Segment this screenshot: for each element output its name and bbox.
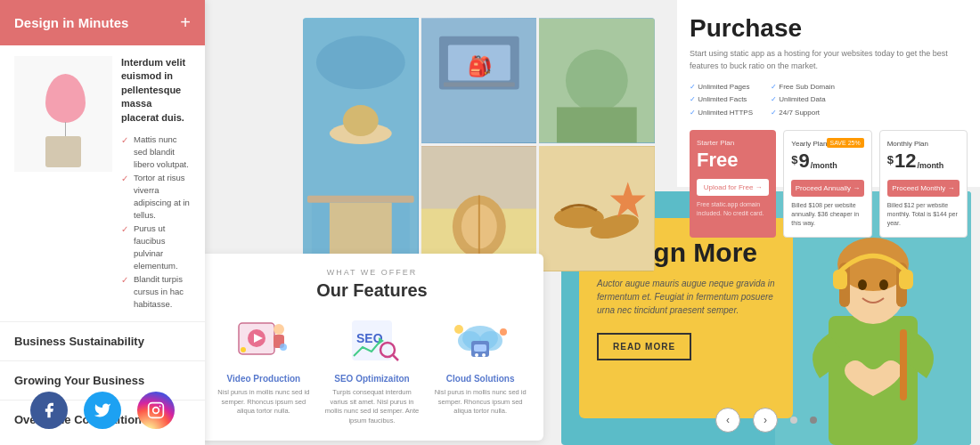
purchase-title: Purchase <box>690 14 968 43</box>
feature-seo: SEO SEO Optimizaiton Turpis consequat in… <box>323 313 421 425</box>
svg-rect-57 <box>833 270 847 289</box>
monthly-price-value: 12 <box>894 150 916 173</box>
purchase-feature-col-2: Free Sub Domain Unlimited Data 24/7 Supp… <box>771 81 835 119</box>
svg-point-1 <box>153 408 159 414</box>
pricing-cards: Starter Plan Free Upload for Free → Free… <box>690 130 968 237</box>
chair-decoration <box>45 136 81 167</box>
checklist-item: Tortor at risus viverra adipiscing at in… <box>121 172 191 222</box>
photo-cell-4 <box>421 146 537 271</box>
accordion-main-text: Interdum velit euismod in pellentesque m… <box>121 56 191 125</box>
checklist-item: Blandit turpis cursus in hac habitasse. <box>121 273 191 312</box>
svg-rect-9 <box>343 105 379 136</box>
feature-unlimited-facts: Unlimited Facts <box>690 93 753 106</box>
svg-rect-43 <box>474 344 486 352</box>
starter-note: Free static.app domain included. No cred… <box>697 200 769 218</box>
starter-price: Free <box>697 149 769 172</box>
feature-video-desc: Nisl purus in mollis nunc sed id semper.… <box>215 388 313 417</box>
left-panel: Design in Minutes + Interdum velit euism… <box>0 0 205 445</box>
photo-cell-1 <box>303 18 419 271</box>
yearly-label: Yearly Plan <box>791 140 863 148</box>
features-grid: Video Production Nisl purus in mollis nu… <box>215 313 529 425</box>
svg-point-46 <box>454 325 463 334</box>
twitter-icon[interactable] <box>84 392 121 429</box>
social-icons <box>0 392 205 429</box>
monthly-plan-card: Monthly Plan $ 12 /month Proceed Monthly… <box>879 130 968 237</box>
cloud-icon-area <box>449 313 511 367</box>
svg-rect-12 <box>448 45 510 81</box>
feature-unlimited-data: Unlimited Data <box>771 93 835 106</box>
checklist-item: Purus ut faucibus pulvinar elementum. <box>121 222 191 273</box>
feature-free-subdomain: Free Sub Domain <box>771 81 835 93</box>
accordion-image <box>14 56 112 172</box>
svg-rect-16 <box>557 107 637 142</box>
monthly-cta-button[interactable]: Proceed Monthly → <box>887 180 960 197</box>
svg-point-56 <box>879 279 888 290</box>
purchase-features: Unlimited Pages Unlimited Facts Unlimite… <box>690 81 968 119</box>
feature-video-title: Video Production <box>215 374 313 384</box>
feature-seo-desc: Turpis consequat interdum varius sit ame… <box>323 388 421 425</box>
carousel-next-button[interactable]: › <box>753 408 778 433</box>
features-subheading: WHAT WE OFFER <box>215 268 529 277</box>
svg-point-32 <box>280 344 287 351</box>
feature-cloud: Cloud Solutions Nisl purus in mollis nun… <box>431 313 529 425</box>
monthly-price-per: /month <box>917 161 943 170</box>
yearly-price-value: 9 <box>799 150 810 173</box>
features-heading: Our Features <box>215 280 529 301</box>
svg-point-55 <box>858 279 867 290</box>
yearly-price: $ 9 /month <box>791 150 863 173</box>
yearly-note: Billed $108 per website annually. $36 ch… <box>791 201 863 227</box>
purchase-subtitle: Start using static app as a hosting for … <box>690 48 968 72</box>
starter-label: Starter Plan <box>697 139 769 147</box>
yearly-cta-button[interactable]: Proceed Annually → <box>791 180 863 197</box>
accordion-plus-icon: + <box>180 12 191 33</box>
monthly-price: $ 12 /month <box>887 150 960 173</box>
purchase-panel: Purchase Start using static app as a hos… <box>677 0 980 187</box>
feature-cloud-desc: Nisl purus in mollis nunc sed id semper.… <box>431 388 529 417</box>
carousel-dot-1[interactable] <box>790 417 797 424</box>
accordion-text-block: Interdum velit euismod in pellentesque m… <box>121 56 191 311</box>
yearly-price-per: /month <box>811 161 837 170</box>
accordion-body: Interdum velit euismod in pellentesque m… <box>0 45 205 321</box>
svg-line-37 <box>393 355 398 360</box>
svg-point-47 <box>500 328 507 336</box>
feature-video: Video Production Nisl purus in mollis nu… <box>215 313 313 425</box>
monthly-note: Billed $12 per website monthly. Total is… <box>887 201 960 227</box>
carousel-controls: ‹ › <box>715 408 817 433</box>
svg-point-4 <box>316 36 405 89</box>
features-card: WHAT WE OFFER Our Features <box>200 254 543 441</box>
feature-unlimited-pages: Unlimited Pages <box>690 81 753 93</box>
svg-rect-58 <box>899 270 913 289</box>
svg-point-44 <box>475 353 478 357</box>
svg-point-15 <box>566 50 628 112</box>
svg-rect-6 <box>307 196 414 203</box>
carousel-prev-button[interactable]: ‹ <box>715 408 740 433</box>
svg-rect-0 <box>149 403 164 418</box>
carousel-dot-2[interactable] <box>810 417 817 424</box>
video-icon-area <box>233 313 295 367</box>
starter-cta-button[interactable]: Upload for Free → <box>697 179 769 196</box>
yearly-plan-card: SAVE 25% Yearly Plan $ 9 /month Proceed … <box>783 130 871 237</box>
read-more-button[interactable]: READ MORE <box>597 333 691 360</box>
instagram-icon[interactable] <box>137 392 175 429</box>
checklist: Mattis nunc sed blandit libero volutpat.… <box>121 134 191 312</box>
photo-cell-2 <box>421 18 537 143</box>
purchase-feature-col-1: Unlimited Pages Unlimited Facts Unlimite… <box>690 81 753 119</box>
svg-rect-22 <box>539 147 655 271</box>
accordion-header[interactable]: Design in Minutes + <box>0 0 205 45</box>
monthly-label: Monthly Plan <box>887 140 960 148</box>
accordion-title: Design in Minutes <box>14 15 128 30</box>
starter-plan-card: Starter Plan Free Upload for Free → Free… <box>690 130 776 237</box>
photo-cell-5 <box>539 146 655 271</box>
facebook-icon[interactable] <box>30 392 68 429</box>
svg-point-33 <box>241 347 246 352</box>
feature-unlimited-https: Unlimited HTTPS <box>690 107 753 119</box>
checklist-item: Mattis nunc sed blandit libero volutpat. <box>121 134 191 172</box>
svg-point-2 <box>159 406 161 408</box>
photo-grid <box>303 18 655 271</box>
svg-rect-7 <box>330 203 392 256</box>
seo-icon-area: SEO <box>341 313 404 367</box>
svg-rect-59 <box>900 329 907 400</box>
feature-support: 24/7 Support <box>771 107 835 119</box>
balloon-decoration <box>45 74 86 123</box>
sidebar-item-business-sustainability[interactable]: Business Sustainability <box>0 321 205 360</box>
